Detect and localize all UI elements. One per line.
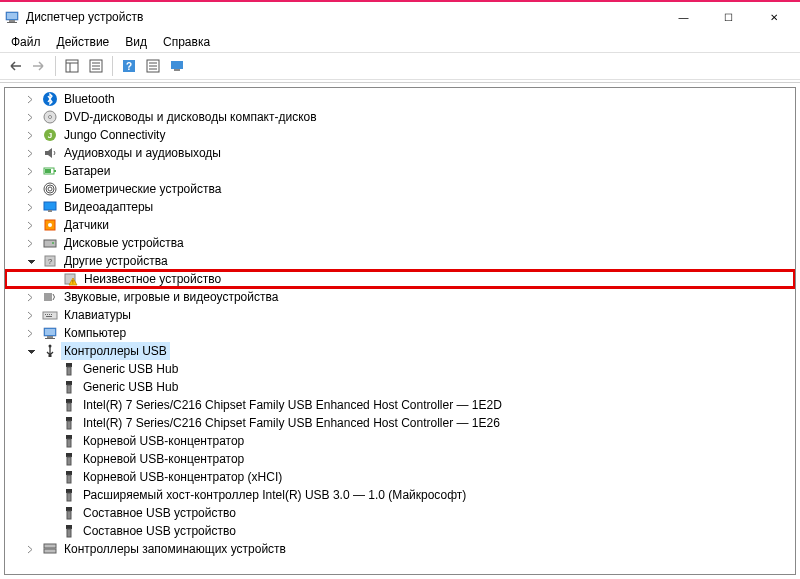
- collapse-icon[interactable]: [24, 344, 39, 359]
- tree-node-sensors[interactable]: Датчики: [5, 216, 795, 234]
- tree-label: DVD-дисководы и дисководы компакт-дисков: [61, 108, 320, 126]
- close-button[interactable]: ✕: [751, 3, 796, 31]
- tree-label: Контроллеры USB: [61, 342, 170, 360]
- menu-view[interactable]: Вид: [118, 34, 154, 50]
- toolbar-separator: [112, 56, 113, 76]
- tree-label: Компьютер: [61, 324, 129, 342]
- expand-icon[interactable]: [24, 110, 39, 125]
- tree-node-other-devices[interactable]: Другие устройства: [5, 252, 795, 270]
- tree-label: Составное USB устройство: [80, 522, 239, 540]
- tree-node-keyboards[interactable]: Клавиатуры: [5, 306, 795, 324]
- toolbar-separator: [55, 56, 56, 76]
- usb-device-icon: [61, 505, 77, 521]
- tree-node-usb-item[interactable]: Generic USB Hub: [5, 378, 795, 396]
- expand-icon[interactable]: [24, 290, 39, 305]
- tree-label: Корневой USB-концентратор: [80, 450, 247, 468]
- tree-label: Видеоадаптеры: [61, 198, 156, 216]
- tree-label: Аудиовходы и аудиовыходы: [61, 144, 224, 162]
- app-icon: [4, 9, 20, 25]
- expand-placeholder: [44, 272, 59, 287]
- tree-label: Неизвестное устройство: [81, 270, 224, 288]
- expand-icon[interactable]: [24, 200, 39, 215]
- tree-label: Другие устройства: [61, 252, 171, 270]
- tree-node-usb-item[interactable]: Составное USB устройство: [5, 504, 795, 522]
- sensor-icon: [42, 217, 58, 233]
- tree-label: Расширяемый хост-контроллер Intel(R) USB…: [80, 486, 469, 504]
- tree-node-usb-item[interactable]: Intel(R) 7 Series/C216 Chipset Family US…: [5, 396, 795, 414]
- tree-label: Клавиатуры: [61, 306, 134, 324]
- tree-node-biometric[interactable]: Биометрические устройства: [5, 180, 795, 198]
- tree-label: Биометрические устройства: [61, 180, 224, 198]
- tree-node-batteries[interactable]: Батареи: [5, 162, 795, 180]
- tree-label: Intel(R) 7 Series/C216 Chipset Family US…: [80, 414, 503, 432]
- tree-node-disks[interactable]: Дисковые устройства: [5, 234, 795, 252]
- tree-node-usb-controllers[interactable]: Контроллеры USB: [5, 342, 795, 360]
- tree-node-usb-item[interactable]: Составное USB устройство: [5, 522, 795, 540]
- jungo-icon: [42, 127, 58, 143]
- menu-file[interactable]: Файл: [4, 34, 48, 50]
- disk-icon: [42, 235, 58, 251]
- toolbar-scan[interactable]: [166, 55, 188, 77]
- expand-icon[interactable]: [24, 182, 39, 197]
- tree-node-unknown-device[interactable]: Неизвестное устройство: [5, 270, 795, 288]
- tree-label: Intel(R) 7 Series/C216 Chipset Family US…: [80, 396, 505, 414]
- expand-icon[interactable]: [24, 542, 39, 557]
- usb-device-icon: [61, 433, 77, 449]
- expand-icon[interactable]: [24, 218, 39, 233]
- tree-node-video-adapters[interactable]: Видеоадаптеры: [5, 198, 795, 216]
- tree-node-usb-item[interactable]: Generic USB Hub: [5, 360, 795, 378]
- tree-node-storage-controllers[interactable]: Контроллеры запоминающих устройств: [5, 540, 795, 558]
- tree-label: Generic USB Hub: [80, 378, 181, 396]
- tree-node-usb-item[interactable]: Intel(R) 7 Series/C216 Chipset Family US…: [5, 414, 795, 432]
- minimize-button[interactable]: —: [661, 3, 706, 31]
- tree-node-usb-item[interactable]: Расширяемый хост-контроллер Intel(R) USB…: [5, 486, 795, 504]
- tree-label: Датчики: [61, 216, 112, 234]
- tree-label: Звуковые, игровые и видеоустройства: [61, 288, 281, 306]
- expand-icon[interactable]: [24, 164, 39, 179]
- titlebar: Диспетчер устройств — ☐ ✕: [0, 2, 800, 32]
- battery-icon: [42, 163, 58, 179]
- expand-icon[interactable]: [24, 92, 39, 107]
- toolbar-forward[interactable]: [28, 55, 50, 77]
- tree-node-audio[interactable]: Аудиовходы и аудиовыходы: [5, 144, 795, 162]
- tree-node-computer[interactable]: Компьютер: [5, 324, 795, 342]
- tree-label: Generic USB Hub: [80, 360, 181, 378]
- expand-icon[interactable]: [24, 128, 39, 143]
- expand-icon[interactable]: [24, 326, 39, 341]
- tree-label: Корневой USB-концентратор (xHCI): [80, 468, 285, 486]
- expand-icon[interactable]: [24, 236, 39, 251]
- display-icon: [42, 199, 58, 215]
- tree-label: Составное USB устройство: [80, 504, 239, 522]
- collapse-icon[interactable]: [24, 254, 39, 269]
- toolbar-show-hide[interactable]: [61, 55, 83, 77]
- toolbar-back[interactable]: [4, 55, 26, 77]
- maximize-button[interactable]: ☐: [706, 3, 751, 31]
- usb-device-icon: [61, 469, 77, 485]
- tree-node-usb-item[interactable]: Корневой USB-концентратор: [5, 450, 795, 468]
- usb-device-icon: [61, 379, 77, 395]
- tree-node-dvd[interactable]: DVD-дисководы и дисководы компакт-дисков: [5, 108, 795, 126]
- tree-node-usb-item[interactable]: Корневой USB-концентратор: [5, 432, 795, 450]
- tree-node-jungo[interactable]: Jungo Connectivity: [5, 126, 795, 144]
- toolbar-help[interactable]: [118, 55, 140, 77]
- toolbar: [0, 52, 800, 80]
- tree-node-bluetooth[interactable]: Bluetooth: [5, 90, 795, 108]
- bluetooth-icon: [42, 91, 58, 107]
- other-icon: [42, 253, 58, 269]
- tree-label: Корневой USB-концентратор: [80, 432, 247, 450]
- device-tree[interactable]: Bluetooth DVD-дисководы и дисководы комп…: [4, 87, 796, 575]
- expand-icon[interactable]: [24, 308, 39, 323]
- usb-device-icon: [61, 361, 77, 377]
- storage-icon: [42, 541, 58, 557]
- tree-node-sound[interactable]: Звуковые, игровые и видеоустройства: [5, 288, 795, 306]
- tree-label: Bluetooth: [61, 90, 118, 108]
- tree-node-usb-item[interactable]: Корневой USB-концентратор (xHCI): [5, 468, 795, 486]
- menu-help[interactable]: Справка: [156, 34, 217, 50]
- menu-action[interactable]: Действие: [50, 34, 117, 50]
- menubar: Файл Действие Вид Справка: [0, 32, 800, 52]
- toolbar-props2[interactable]: [142, 55, 164, 77]
- keyboard-icon: [42, 307, 58, 323]
- window-title: Диспетчер устройств: [26, 10, 661, 24]
- toolbar-properties[interactable]: [85, 55, 107, 77]
- expand-icon[interactable]: [24, 146, 39, 161]
